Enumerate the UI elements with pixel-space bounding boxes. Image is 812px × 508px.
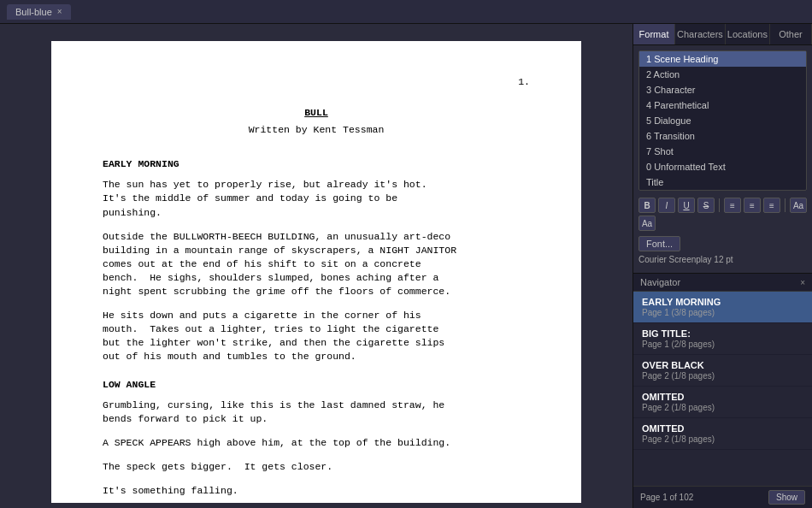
- bold-button[interactable]: B: [638, 198, 656, 213]
- tab-format[interactable]: Format: [633, 24, 675, 44]
- nav-item-title: BIG TITLE:: [642, 328, 803, 339]
- nav-item-title: OMITTED: [642, 392, 803, 402]
- tab-other[interactable]: Other: [770, 24, 812, 44]
- action-block: Grumbling, cursing, like this is the las…: [103, 399, 530, 426]
- nav-item-sub: Page 2 (1/8 pages): [642, 403, 803, 412]
- script-area[interactable]: 1. BULL Written by Kent Tessman EARLY MO…: [0, 24, 633, 508]
- tab-close-button[interactable]: ×: [57, 7, 62, 16]
- format-item[interactable]: 0 Unformatted Text: [639, 159, 806, 174]
- format-item[interactable]: 3 Character: [639, 82, 806, 97]
- font-info: Courier Screenplay 12 pt: [638, 255, 807, 264]
- navigator-footer: Page 1 of 102 Show: [633, 486, 812, 508]
- format-toolbar: B I U S ≡ ≡ ≡ Aa Aa: [638, 198, 807, 231]
- toolbar-separator-1: [719, 198, 720, 212]
- panel-tabs: Format Characters Locations Other: [633, 24, 812, 45]
- nav-item[interactable]: BIG TITLE:Page 1 (2/8 pages): [633, 323, 812, 355]
- nav-items: EARLY MORNINGPage 1 (3/8 pages)BIG TITLE…: [633, 292, 812, 450]
- document-tab[interactable]: Bull-blue ×: [7, 4, 71, 20]
- script-page: 1. BULL Written by Kent Tessman EARLY MO…: [51, 41, 581, 503]
- format-items: 1 Scene Heading2 Action3 Character4 Pare…: [639, 51, 806, 190]
- format-item[interactable]: Title: [639, 174, 806, 190]
- nav-item[interactable]: OMITTEDPage 2 (1/8 pages): [633, 387, 812, 418]
- navigator-title: Navigator: [640, 277, 680, 287]
- nav-item-sub: Page 1 (3/8 pages): [642, 308, 803, 317]
- nav-item[interactable]: EARLY MORNINGPage 1 (3/8 pages): [633, 292, 812, 323]
- main-area: 1. BULL Written by Kent Tessman EARLY MO…: [0, 24, 812, 508]
- font-button[interactable]: Font...: [638, 236, 680, 251]
- nav-item[interactable]: OVER BLACKPage 2 (1/8 pages): [633, 355, 812, 387]
- navigator-show-button[interactable]: Show: [768, 490, 805, 505]
- action-block: The speck gets bigger. It gets closer.: [103, 460, 530, 474]
- nav-item-sub: Page 2 (1/8 pages): [642, 371, 803, 381]
- nav-item-title: OMITTED: [642, 423, 803, 434]
- toolbar-separator-2: [785, 198, 786, 212]
- format-panel: 1 Scene Heading2 Action3 Character4 Pare…: [633, 45, 812, 273]
- nav-item-sub: Page 2 (1/8 pages): [642, 434, 803, 444]
- action-block: Outside the BULLWORTH-BEECH BUILDING, an…: [103, 230, 530, 298]
- action-block: The sun has yet to properly rise, but al…: [103, 178, 530, 219]
- underline-button[interactable]: U: [678, 198, 695, 213]
- tab-characters[interactable]: Characters: [675, 24, 726, 44]
- italic-button[interactable]: I: [658, 198, 675, 213]
- scene-heading: EARLY MORNING: [103, 157, 530, 171]
- case-button-2[interactable]: Aa: [638, 216, 656, 231]
- align-center-button[interactable]: ≡: [744, 198, 761, 213]
- format-item[interactable]: 7 Shot: [639, 144, 806, 159]
- action-block: It's something falling.: [103, 484, 530, 498]
- top-bar: Bull-blue ×: [0, 0, 812, 24]
- nav-item-sub: Page 1 (2/8 pages): [642, 340, 803, 349]
- right-panel: Format Characters Locations Other 1 Scen…: [633, 24, 812, 508]
- navigator-header: Navigator ×: [633, 274, 812, 292]
- format-elements-list: 1 Scene Heading2 Action3 Character4 Pare…: [638, 50, 807, 191]
- script-title: BULL: [103, 106, 530, 120]
- nav-item[interactable]: OMITTEDPage 2 (1/8 pages): [633, 418, 812, 450]
- nav-item-title: OVER BLACK: [642, 360, 803, 370]
- navigator-panel: Navigator × EARLY MORNINGPage 1 (3/8 pag…: [633, 273, 812, 508]
- scene-heading: LOW ANGLE: [103, 378, 530, 392]
- script-content: EARLY MORNINGThe sun has yet to properly…: [103, 157, 530, 498]
- strikethrough-button[interactable]: S: [697, 198, 715, 213]
- align-left-button[interactable]: ≡: [724, 198, 741, 213]
- navigator-page-info: Page 1 of 102: [640, 493, 693, 502]
- tab-locations[interactable]: Locations: [726, 24, 770, 44]
- format-item[interactable]: 5 Dialogue: [639, 113, 806, 128]
- page-number: 1.: [103, 75, 530, 89]
- case-button-1[interactable]: Aa: [790, 198, 807, 213]
- navigator-list[interactable]: EARLY MORNINGPage 1 (3/8 pages)BIG TITLE…: [633, 292, 812, 486]
- align-right-button[interactable]: ≡: [763, 198, 780, 213]
- format-item[interactable]: 2 Action: [639, 67, 806, 82]
- script-author: Written by Kent Tessman: [103, 123, 530, 137]
- format-item[interactable]: 4 Parenthetical: [639, 97, 806, 113]
- tab-label: Bull-blue: [15, 7, 52, 17]
- navigator-close-button[interactable]: ×: [800, 278, 805, 287]
- format-item[interactable]: 6 Transition: [639, 128, 806, 144]
- action-block: He sits down and puts a cigarette in the…: [103, 309, 530, 363]
- nav-item-title: EARLY MORNING: [642, 297, 803, 307]
- action-block: A SPECK APPEARS high above him, at the t…: [103, 436, 530, 450]
- format-item[interactable]: 1 Scene Heading: [639, 51, 806, 67]
